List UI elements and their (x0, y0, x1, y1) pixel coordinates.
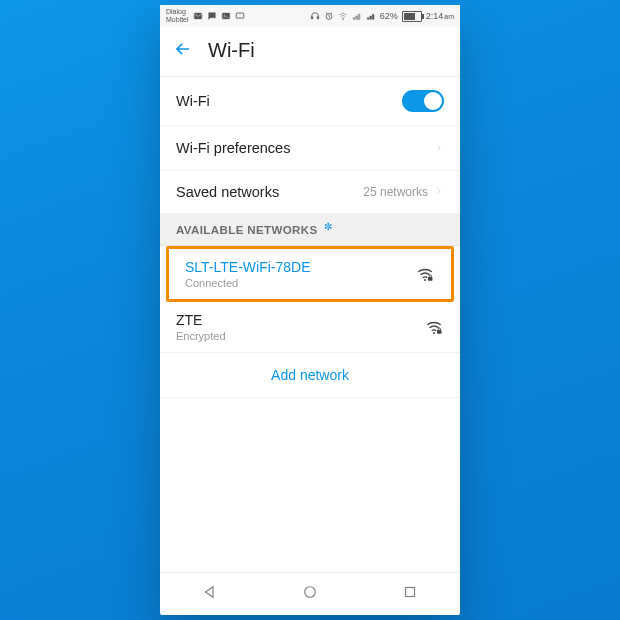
carrier-line1: Dialog (166, 8, 189, 16)
headphones-icon (310, 11, 320, 21)
loading-indicator-icon: ✼ (324, 221, 332, 232)
signal-2-icon (366, 11, 376, 21)
available-networks-header: AVAILABLE NETWORKS ✼ (160, 214, 460, 246)
saved-networks-value: 25 networks (363, 185, 444, 199)
section-label: AVAILABLE NETWORKS (176, 224, 318, 236)
highlight-box: SLT-LTE-WiFi-78DE Connected (166, 246, 454, 302)
nav-home-button[interactable] (301, 583, 319, 605)
network-item-connected[interactable]: SLT-LTE-WiFi-78DE Connected (169, 249, 451, 299)
status-bar: Dialog Mobitel 62% 2:14am (160, 5, 460, 27)
circle-icon (301, 583, 319, 601)
arrow-left-icon (174, 40, 192, 58)
signal-1-icon (352, 11, 362, 21)
svg-point-8 (424, 279, 426, 281)
status-right: 62% 2:14am (310, 11, 454, 22)
wifi-toggle-row[interactable]: Wi-Fi (160, 77, 460, 126)
wifi-signal-secured-icon (415, 264, 435, 284)
spacer (160, 398, 460, 572)
add-network-button[interactable]: Add network (160, 353, 460, 398)
network-name: ZTE (176, 312, 226, 328)
battery-icon (402, 11, 422, 22)
svg-rect-4 (311, 16, 313, 19)
nav-recent-button[interactable] (401, 583, 419, 605)
svg-rect-0 (194, 13, 202, 19)
svg-rect-5 (317, 16, 319, 19)
back-button[interactable] (174, 40, 192, 62)
phone-frame: Dialog Mobitel 62% 2:14am Wi-Fi (160, 5, 460, 615)
wifi-signal-secured-icon (424, 317, 444, 337)
time-label: 2:14am (426, 11, 454, 21)
wifi-preferences-row[interactable]: Wi-Fi preferences (160, 126, 460, 171)
network-status: Encrypted (176, 330, 226, 342)
status-left: Dialog Mobitel (166, 8, 245, 24)
mail-icon (193, 11, 203, 21)
svg-rect-11 (437, 330, 442, 334)
wifi-status-icon (338, 11, 348, 21)
svg-rect-3 (236, 13, 244, 18)
svg-rect-9 (428, 277, 433, 281)
battery-pct-label: 62% (380, 11, 398, 21)
screen-icon (235, 11, 245, 21)
nav-back-button[interactable] (201, 583, 219, 605)
chat-icon (207, 11, 217, 21)
network-item[interactable]: ZTE Encrypted (160, 302, 460, 353)
saved-networks-row[interactable]: Saved networks 25 networks (160, 171, 460, 214)
image-icon (221, 11, 231, 21)
wifi-toggle[interactable] (402, 90, 444, 112)
saved-networks-label: Saved networks (176, 184, 279, 200)
alarm-icon (324, 11, 334, 21)
triangle-left-icon (201, 583, 219, 601)
carrier-line2: Mobitel (166, 16, 189, 24)
chevron-right-icon (434, 185, 444, 199)
carrier-label: Dialog Mobitel (166, 8, 189, 24)
wifi-preferences-label: Wi-Fi preferences (176, 140, 290, 156)
svg-point-7 (342, 19, 343, 20)
chevron-right-icon (434, 139, 444, 157)
network-name: SLT-LTE-WiFi-78DE (185, 259, 311, 275)
nav-bar (160, 572, 460, 615)
page-header: Wi-Fi (160, 27, 460, 77)
square-icon (401, 583, 419, 601)
svg-rect-13 (406, 588, 415, 597)
wifi-toggle-label: Wi-Fi (176, 93, 210, 109)
svg-point-12 (305, 587, 316, 598)
page-title: Wi-Fi (208, 39, 255, 62)
svg-point-2 (223, 15, 224, 16)
svg-point-10 (433, 332, 435, 334)
add-network-label: Add network (271, 367, 349, 383)
network-status: Connected (185, 277, 311, 289)
